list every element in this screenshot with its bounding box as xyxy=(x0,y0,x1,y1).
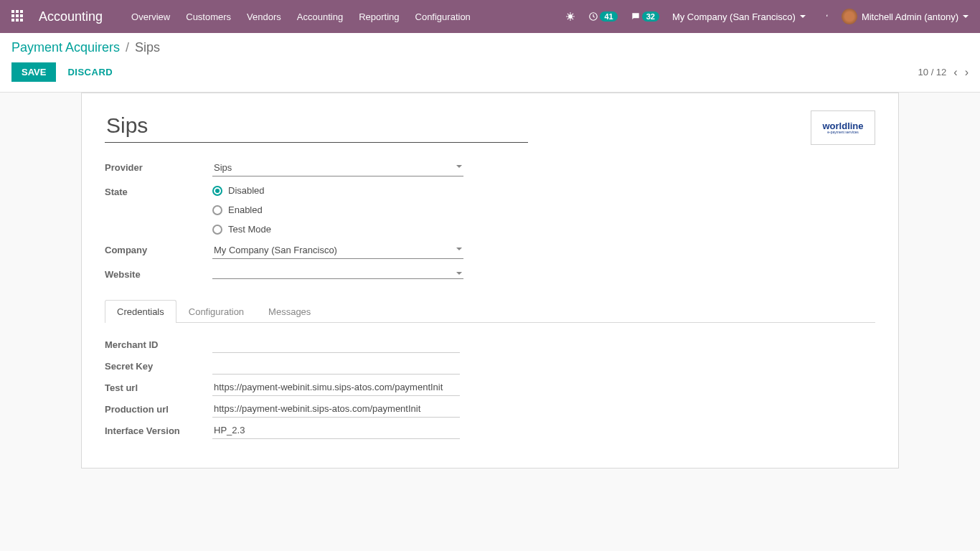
radio-label: Disabled xyxy=(228,185,265,196)
main-menu: Overview Customers Vendors Accounting Re… xyxy=(131,11,565,22)
tab-configuration[interactable]: Configuration xyxy=(176,300,256,323)
acquirer-logo[interactable]: worldline e-payment services xyxy=(811,110,875,145)
form-grid: Provider Sips State Disabled Enabled Tes… xyxy=(105,159,875,280)
secret-key-label: Secret Key xyxy=(105,361,212,372)
menu-overview[interactable]: Overview xyxy=(131,11,170,22)
menu-customers[interactable]: Customers xyxy=(186,11,231,22)
messages-icon[interactable]: 32 xyxy=(631,11,659,22)
menu-vendors[interactable]: Vendors xyxy=(247,11,281,22)
company-value: My Company (San Francisco) xyxy=(212,242,463,259)
secret-key-input[interactable] xyxy=(212,357,460,375)
merchant-id-input[interactable] xyxy=(212,336,460,353)
radio-icon xyxy=(212,186,222,196)
breadcrumb-row: Payment Acquirers / Sips xyxy=(0,33,980,55)
state-option-enabled[interactable]: Enabled xyxy=(212,204,463,215)
activity-icon[interactable]: 41 xyxy=(588,11,617,22)
prod-url-input[interactable] xyxy=(212,400,460,418)
menu-configuration[interactable]: Configuration xyxy=(415,11,471,22)
breadcrumb-current: Sips xyxy=(135,40,160,55)
debug-icon[interactable] xyxy=(565,11,575,22)
user-menu[interactable]: Mitchell Admin (antony) xyxy=(842,9,969,24)
form-sheet: worldline e-payment services Provider Si… xyxy=(81,93,899,468)
tools-icon[interactable] xyxy=(819,11,829,22)
action-row: SAVE DISCARD 10 / 12 ‹ › xyxy=(0,55,980,93)
company-label: Company xyxy=(105,242,212,255)
svg-point-0 xyxy=(569,14,573,19)
user-name: Mitchell Admin (antony) xyxy=(862,11,958,22)
company-name: My Company (San Francisco) xyxy=(672,11,796,22)
provider-select[interactable]: Sips xyxy=(212,159,463,176)
prod-url-label: Production url xyxy=(105,404,212,415)
nav-right: 41 32 My Company (San Francisco) Mitchel… xyxy=(565,9,969,24)
pager-next-icon[interactable]: › xyxy=(965,66,969,79)
interface-version-input[interactable] xyxy=(212,422,460,439)
radio-label: Enabled xyxy=(228,204,263,215)
caret-down-icon xyxy=(963,15,969,18)
caret-down-icon xyxy=(800,15,806,18)
state-radio-group: Disabled Enabled Test Mode xyxy=(212,184,463,235)
pager-text[interactable]: 10 / 12 xyxy=(918,67,947,77)
pager: 10 / 12 ‹ › xyxy=(918,66,969,79)
save-button[interactable]: SAVE xyxy=(11,62,56,82)
avatar xyxy=(842,9,857,24)
breadcrumb: Payment Acquirers / Sips xyxy=(11,40,969,55)
state-option-disabled[interactable]: Disabled xyxy=(212,185,463,196)
tab-credentials[interactable]: Credentials xyxy=(105,300,176,323)
provider-value: Sips xyxy=(212,159,463,176)
breadcrumb-parent[interactable]: Payment Acquirers xyxy=(11,40,120,55)
website-select[interactable] xyxy=(212,266,463,279)
merchant-id-label: Merchant ID xyxy=(105,339,212,350)
radio-icon xyxy=(212,225,222,235)
website-value xyxy=(212,266,463,279)
apps-icon[interactable] xyxy=(11,10,24,23)
app-brand: Accounting xyxy=(39,9,103,24)
credentials-grid: Merchant ID Secret Key Test url Producti… xyxy=(105,336,875,439)
website-label: Website xyxy=(105,266,212,280)
sheet-wrap: worldline e-payment services Provider Si… xyxy=(0,93,980,497)
discard-button[interactable]: DISCARD xyxy=(67,67,113,77)
breadcrumb-separator: / xyxy=(126,40,129,55)
radio-icon xyxy=(212,205,222,215)
company-switcher[interactable]: My Company (San Francisco) xyxy=(672,11,806,22)
logo-subtext: e-payment services xyxy=(827,131,858,134)
activity-badge: 41 xyxy=(600,11,617,22)
menu-accounting[interactable]: Accounting xyxy=(297,11,343,22)
topbar: Accounting Overview Customers Vendors Ac… xyxy=(0,0,980,33)
sheet-top: worldline e-payment services xyxy=(105,110,875,145)
interface-version-label: Interface Version xyxy=(105,425,212,436)
test-url-label: Test url xyxy=(105,382,212,393)
company-select[interactable]: My Company (San Francisco) xyxy=(212,242,463,259)
test-url-input[interactable] xyxy=(212,379,460,396)
pager-prev-icon[interactable]: ‹ xyxy=(953,66,957,79)
provider-label: Provider xyxy=(105,159,212,173)
state-option-test[interactable]: Test Mode xyxy=(212,224,463,235)
tab-messages[interactable]: Messages xyxy=(256,300,323,323)
messages-badge: 32 xyxy=(642,11,659,22)
tabs: Credentials Configuration Messages xyxy=(105,300,875,323)
menu-reporting[interactable]: Reporting xyxy=(359,11,399,22)
title-input[interactable] xyxy=(105,110,528,143)
radio-label: Test Mode xyxy=(228,224,271,235)
state-label: State xyxy=(105,184,212,197)
